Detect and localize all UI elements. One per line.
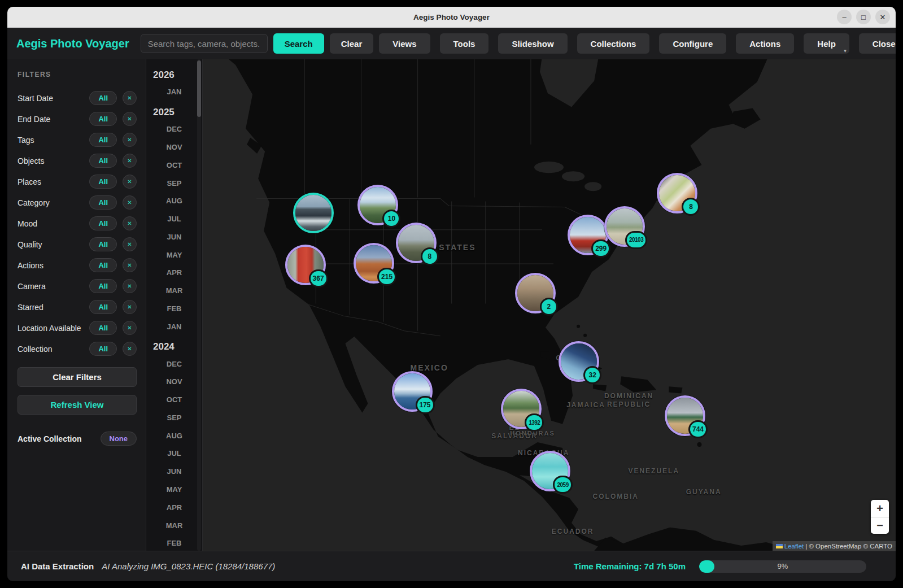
photo-cluster-marker[interactable]: 744: [665, 395, 705, 436]
photo-cluster-marker[interactable]: 10: [357, 185, 398, 225]
window-title: Aegis Photo Voyager: [413, 13, 490, 21]
filter-value-pill[interactable]: All: [89, 279, 117, 293]
active-collection-value[interactable]: None: [101, 432, 137, 446]
clear-filters-button[interactable]: Clear Filters: [18, 367, 137, 387]
filter-row-location-available: Location AvailableAll✕: [18, 317, 137, 338]
filter-value-pill[interactable]: All: [89, 216, 117, 230]
filter-remove-button[interactable]: ✕: [123, 258, 137, 272]
maximize-button[interactable]: □: [856, 10, 871, 24]
menu-collections-button[interactable]: Collections: [577, 33, 650, 54]
filter-value-pill[interactable]: All: [89, 300, 117, 314]
filter-remove-button[interactable]: ✕: [123, 237, 137, 251]
photo-cluster-marker[interactable]: 2: [515, 273, 556, 313]
filter-label: Starred: [18, 303, 89, 312]
filter-label: Actions: [18, 261, 89, 270]
zoom-in-button[interactable]: +: [871, 500, 889, 517]
filter-value-pill[interactable]: All: [89, 342, 117, 356]
timeline-month-2025-feb[interactable]: FEB: [146, 300, 202, 318]
menu-tools-button[interactable]: Tools: [440, 33, 489, 54]
menu-actions-button[interactable]: Actions: [736, 33, 794, 54]
timeline-scrollbar-thumb[interactable]: [197, 60, 201, 117]
search-button[interactable]: Search: [273, 33, 324, 54]
filter-value-pill[interactable]: All: [89, 154, 117, 168]
filter-value-pill[interactable]: All: [89, 112, 117, 126]
filter-remove-button[interactable]: ✕: [123, 300, 137, 314]
filter-value-pill[interactable]: All: [89, 91, 117, 105]
photo-cluster-marker[interactable]: 8: [396, 223, 437, 263]
timeline-panel: 2026JAN2025DECNOVOCTSEPAUGJULJUNMAYAPRMA…: [146, 59, 203, 551]
filter-value-pill[interactable]: All: [89, 258, 117, 272]
timeline-month-2025-sep[interactable]: SEP: [146, 174, 202, 192]
filter-remove-button[interactable]: ✕: [123, 175, 137, 189]
filter-value-pill[interactable]: All: [89, 321, 117, 335]
filter-label: End Date: [18, 115, 89, 124]
timeline-month-2026-jan[interactable]: JAN: [146, 83, 202, 101]
zoom-out-button[interactable]: −: [871, 517, 889, 534]
cluster-count-badge: 2059: [553, 476, 572, 494]
timeline-month-2025-dec[interactable]: DEC: [146, 120, 202, 138]
timeline-month-2024-oct[interactable]: OCT: [146, 391, 202, 409]
timeline-month-2025-nov[interactable]: NOV: [146, 138, 202, 156]
menu-slideshow-button[interactable]: Slideshow: [498, 33, 567, 54]
menu-configure-button[interactable]: Configure: [659, 33, 726, 54]
timeline-scrollbar[interactable]: [197, 59, 201, 551]
filter-remove-button[interactable]: ✕: [123, 91, 137, 105]
filter-remove-button[interactable]: ✕: [123, 112, 137, 126]
filter-remove-button[interactable]: ✕: [123, 342, 137, 356]
timeline-month-2025-apr[interactable]: APR: [146, 264, 202, 282]
timeline-month-2024-jun[interactable]: JUN: [146, 463, 202, 481]
timeline-month-2024-feb[interactable]: FEB: [146, 534, 202, 551]
photo-cluster-marker[interactable]: 367: [285, 245, 326, 285]
cluster-count-badge: 10: [382, 210, 400, 228]
photo-cluster-marker[interactable]: [293, 193, 334, 233]
timeline-year-2026: 2026: [146, 64, 202, 83]
timeline-month-2024-sep[interactable]: SEP: [146, 409, 202, 427]
timeline-month-2025-oct[interactable]: OCT: [146, 156, 202, 174]
filter-value-pill[interactable]: All: [89, 195, 117, 210]
leaflet-link[interactable]: Leaflet: [784, 543, 804, 550]
timeline-month-2025-jan[interactable]: JAN: [146, 317, 202, 336]
close-button[interactable]: ✕: [875, 10, 890, 24]
photo-cluster-marker[interactable]: 175: [392, 371, 433, 412]
photo-cluster-marker[interactable]: 8: [657, 173, 697, 214]
refresh-view-button[interactable]: Refresh View: [18, 395, 137, 415]
timeline-month-2025-may[interactable]: MAY: [146, 246, 202, 264]
timeline-month-2025-jul[interactable]: JUL: [146, 210, 202, 228]
menu-close-button[interactable]: Close: [859, 33, 896, 54]
clear-button[interactable]: Clear: [330, 33, 374, 54]
timeline-month-2025-aug[interactable]: AUG: [146, 192, 202, 210]
menu-help-button[interactable]: Help▾: [804, 33, 849, 54]
timeline-month-2024-aug[interactable]: AUG: [146, 426, 202, 445]
filter-remove-button[interactable]: ✕: [123, 133, 137, 147]
timeline-month-2025-jun[interactable]: JUN: [146, 228, 202, 246]
filter-value-pill[interactable]: All: [89, 237, 117, 251]
timeline-month-2024-mar[interactable]: MAR: [146, 516, 202, 534]
filter-remove-button[interactable]: ✕: [123, 154, 137, 168]
search-input[interactable]: [141, 34, 268, 53]
filter-remove-button[interactable]: ✕: [123, 279, 137, 293]
map-label-ecuador: ECUADOR: [552, 528, 594, 536]
timeline-month-2024-jul[interactable]: JUL: [146, 445, 202, 463]
minimize-button[interactable]: –: [837, 10, 852, 24]
filter-value-pill[interactable]: All: [89, 175, 117, 189]
photo-cluster-marker[interactable]: 1392: [501, 389, 542, 429]
photo-cluster-marker[interactable]: 20103: [604, 206, 645, 247]
menu-views-button[interactable]: Views: [379, 33, 430, 54]
photo-cluster-marker[interactable]: 215: [354, 243, 394, 284]
timeline-month-2025-mar[interactable]: MAR: [146, 282, 202, 300]
timeline-month-2024-nov[interactable]: NOV: [146, 373, 202, 391]
filter-remove-button[interactable]: ✕: [123, 195, 137, 210]
map-canvas[interactable]: UNITED STATESMEXICOCUBAJAMAICADOMINICANR…: [203, 59, 896, 551]
filter-row-starred: StarredAll✕: [18, 297, 137, 317]
photo-cluster-marker[interactable]: 2059: [530, 451, 570, 491]
filter-label: Start Date: [18, 94, 89, 103]
timeline-month-2024-dec[interactable]: DEC: [146, 355, 202, 373]
filter-remove-button[interactable]: ✕: [123, 321, 137, 335]
progress-percent: 9%: [699, 560, 866, 573]
photo-cluster-marker[interactable]: 299: [568, 215, 608, 255]
photo-cluster-marker[interactable]: 32: [559, 341, 599, 382]
filter-value-pill[interactable]: All: [89, 133, 117, 147]
timeline-month-2024-apr[interactable]: APR: [146, 498, 202, 516]
timeline-month-2024-may[interactable]: MAY: [146, 481, 202, 499]
filter-remove-button[interactable]: ✕: [123, 216, 137, 230]
